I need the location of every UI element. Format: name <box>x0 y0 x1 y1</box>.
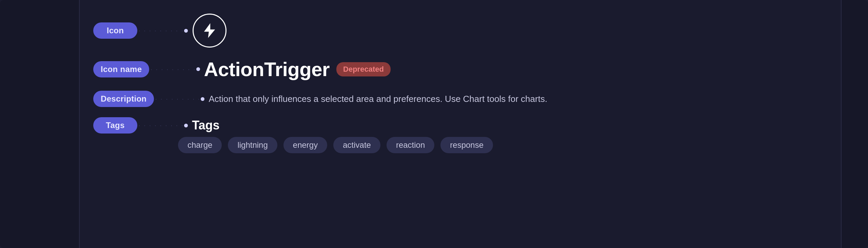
content-area: Icon · · · · · · · · · Icon name · · · ·… <box>80 0 841 248</box>
connector-dot-end-name <box>196 67 200 71</box>
icon-name-text: ActionTrigger <box>204 58 330 81</box>
tag-pill: energy <box>283 137 327 153</box>
lightning-bolt-icon <box>201 22 218 39</box>
tags-heading: Tags <box>192 118 219 132</box>
connector-dot-end-tags <box>184 124 188 127</box>
tags-connector: · · · · · · · · · <box>139 123 188 128</box>
icon-connector: · · · · · · · · · <box>139 28 188 33</box>
icon-name-connector: · · · · · · · · · <box>151 67 200 72</box>
tag-pill: lightning <box>228 137 277 153</box>
tag-pill: activate <box>333 137 380 153</box>
tags-section: Tags · · · · · · · · · Tags chargelightn… <box>93 117 821 153</box>
description-row: Description · · · · · · · · · Action tha… <box>93 91 821 107</box>
icon-label: Icon <box>93 22 137 39</box>
left-sidebar <box>0 0 80 248</box>
connector-dots-tags: · · · · · · · · · <box>139 123 184 128</box>
tag-pill: response <box>440 137 493 153</box>
description-connector: · · · · · · · · · <box>155 96 204 101</box>
icon-name-label: Icon name <box>93 61 149 77</box>
connector-dot-end-icon <box>184 29 188 33</box>
description-text: Action that only influences a selected a… <box>209 93 547 105</box>
connector-dot-end-desc <box>201 97 204 101</box>
icon-name-row: Icon name · · · · · · · · · ActionTrigge… <box>93 58 821 81</box>
tag-pill: reaction <box>387 137 434 153</box>
tags-label: Tags <box>93 117 137 134</box>
connector-dots-icon: · · · · · · · · · <box>139 28 184 33</box>
main-container: Icon · · · · · · · · · Icon name · · · ·… <box>0 0 868 248</box>
tags-container: chargelightningenergyactivatereactionres… <box>178 137 821 153</box>
connector-dots-desc: · · · · · · · · · <box>155 96 201 101</box>
icon-display <box>193 14 226 48</box>
tag-pill: charge <box>178 137 222 153</box>
deprecated-badge: Deprecated <box>336 62 391 76</box>
connector-dots-name: · · · · · · · · · <box>151 67 196 72</box>
tags-header-row: Tags · · · · · · · · · Tags <box>93 117 821 134</box>
description-label: Description <box>93 91 154 107</box>
right-sidebar <box>841 0 868 248</box>
icon-row: Icon · · · · · · · · · <box>93 14 821 48</box>
